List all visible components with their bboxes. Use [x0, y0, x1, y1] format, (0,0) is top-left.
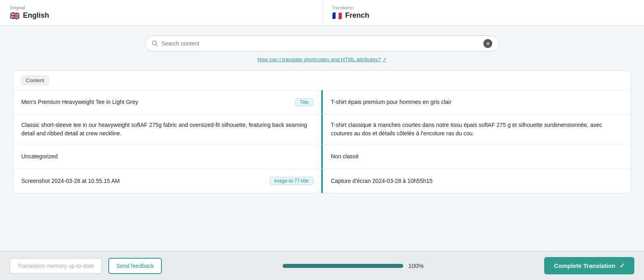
- translation-text: T-shirt classique à manches courtes dans…: [331, 121, 623, 138]
- translation-text: Capture d'écran 2024-03-28 à 10h55h15: [331, 177, 433, 185]
- search-clear-button[interactable]: ✕: [483, 39, 492, 48]
- search-input[interactable]: [161, 40, 480, 47]
- original-flag: 🇬🇧: [10, 11, 20, 21]
- translation-language: 🇫🇷 French: [332, 11, 635, 21]
- original-cell: Men's Premium Heavyweight Tee in Light G…: [13, 90, 321, 114]
- search-icon: [152, 40, 158, 47]
- content-card: Content Men's Premium Heavyweight Tee in…: [13, 71, 631, 193]
- translation-cell: T-shirt épais premium pour hommes en gri…: [323, 90, 631, 114]
- complete-translation-button[interactable]: Complete Translation ✓: [544, 257, 634, 274]
- footer: Translation memory up-to-date Send feedb…: [0, 251, 644, 280]
- content-tag: Title: [295, 98, 313, 106]
- original-label: Original: [10, 5, 312, 10]
- original-language-section: Original 🇬🇧 English: [0, 0, 322, 25]
- content-section-header: Content: [13, 71, 631, 90]
- progress-label: 100%: [408, 262, 423, 269]
- original-cell: Screenshot 2024-03-28 at 10.55.15 AM ima…: [13, 169, 321, 193]
- translation-language-section: Translation 🇫🇷 French: [322, 0, 644, 25]
- search-hint-text: How can I translate shortcodes and HTML …: [258, 56, 381, 62]
- main-content: ✕ How can I translate shortcodes and HTM…: [0, 26, 644, 251]
- progress-bar-background: [283, 264, 403, 268]
- progress-bar-fill: [283, 264, 403, 268]
- translation-cell: Non classé: [323, 145, 631, 168]
- progress-area: 100%: [168, 262, 538, 269]
- content-section-badge: Content: [21, 76, 49, 85]
- complete-translation-label: Complete Translation: [554, 262, 615, 269]
- translation-lang-name: French: [345, 11, 369, 20]
- original-lang-name: English: [23, 11, 49, 20]
- translation-cell: Capture d'écran 2024-03-28 à 10h55h15: [323, 169, 631, 193]
- external-link-icon: ↗: [382, 57, 386, 62]
- original-text: Screenshot 2024-03-28 at 10.55.15 AM: [21, 177, 265, 185]
- translation-memory-button: Translation memory up-to-date: [10, 258, 102, 274]
- original-text: Classic short-sleeve tee in our heavywei…: [21, 121, 313, 138]
- translation-text: Non classé: [331, 152, 359, 161]
- table-row: Screenshot 2024-03-28 at 10.55.15 AM ima…: [13, 169, 631, 193]
- search-container: ✕: [145, 35, 499, 52]
- svg-line-1: [156, 45, 158, 46]
- header: Original 🇬🇧 English Translation 🇫🇷 Frenc…: [0, 0, 644, 26]
- search-hint-link[interactable]: How can I translate shortcodes and HTML …: [258, 56, 387, 62]
- send-feedback-button[interactable]: Send feedback: [108, 258, 162, 274]
- search-bar: ✕: [145, 35, 499, 52]
- translation-flag: 🇫🇷: [332, 11, 342, 21]
- table-row: Men's Premium Heavyweight Tee in Light G…: [13, 90, 631, 114]
- checkmark-icon: ✓: [619, 262, 625, 270]
- translation-label: Translation: [332, 5, 635, 10]
- table-row: Uncategorized Non classé: [13, 145, 631, 169]
- original-cell: Uncategorized: [13, 145, 321, 168]
- original-language: 🇬🇧 English: [10, 11, 312, 21]
- table-row: Classic short-sleeve tee in our heavywei…: [13, 114, 631, 145]
- content-tag: image-id-77-title: [270, 177, 313, 185]
- translation-text: T-shirt épais premium pour hommes en gri…: [331, 98, 452, 106]
- original-cell: Classic short-sleeve tee in our heavywei…: [13, 114, 321, 144]
- translation-cell: T-shirt classique à manches courtes dans…: [323, 114, 631, 144]
- original-text: Uncategorized: [21, 152, 313, 161]
- original-text: Men's Premium Heavyweight Tee in Light G…: [21, 98, 291, 106]
